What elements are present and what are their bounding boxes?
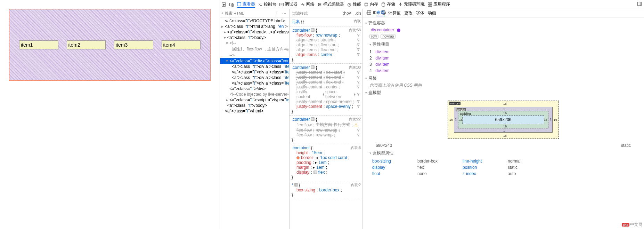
- box-prop-value: normal: [508, 159, 529, 164]
- dom-node[interactable]: ▸<a">class="t">head>…<a">class="t">/head…: [220, 29, 289, 35]
- dom-node[interactable]: <a">class="t">div a">class="item">item4<…: [220, 80, 289, 86]
- css-rule[interactable]: 内联:22.container {flex-flow: 主轴方向 换行方式; ⚠…: [290, 116, 362, 144]
- svg-point-5: [348, 3, 351, 6]
- dom-node[interactable]: <a">class="t">!DOCTYPE html>: [220, 18, 289, 24]
- box-prop-name: z-index: [463, 171, 501, 176]
- dom-node[interactable]: <a">class="t">/div>: [220, 86, 289, 92]
- svg-rect-19: [311, 29, 314, 31]
- tab-style-editor[interactable]: 样式编辑器: [317, 1, 344, 7]
- dom-node[interactable]: <a">class="t">div a">class="item">item3<…: [220, 75, 289, 80]
- hov-button[interactable]: :hov: [342, 10, 352, 16]
- add-node-button[interactable]: +: [274, 10, 279, 16]
- flex-item-link[interactable]: 3 div.item: [369, 61, 641, 68]
- tab-accessibility[interactable]: 无障碍环境: [398, 1, 425, 7]
- grid-empty-message: 此页面上没有使用 CSS 网格: [365, 82, 641, 88]
- tab-debugger[interactable]: 调试器: [279, 1, 297, 7]
- css-rule[interactable]: 内联:2* {box-sizing: border-box;}: [290, 181, 362, 199]
- flex-item: item3: [114, 40, 153, 49]
- dom-node[interactable]: ▸<a">class="t">html a">lang="en">: [220, 24, 289, 29]
- dom-node[interactable]: <!--Code injected by live-server-->: [220, 92, 289, 97]
- svg-rect-20: [311, 66, 314, 69]
- dom-node[interactable]: <a">class="t">/body>: [220, 103, 289, 108]
- box-prop-value: static: [508, 165, 529, 170]
- svg-point-8: [400, 3, 401, 4]
- box-props-header[interactable]: 盒模型属性: [365, 149, 641, 157]
- tab-application[interactable]: 应用程序: [427, 1, 450, 7]
- svg-point-14: [222, 13, 223, 14]
- box-prop-name: box-sizing: [372, 159, 410, 164]
- svg-rect-22: [314, 171, 317, 174]
- dom-node[interactable]: ▾<a">class="t">body>: [220, 35, 289, 40]
- layout-pane-icon[interactable]: [365, 10, 373, 16]
- svg-point-7: [382, 2, 385, 4]
- box-model-header[interactable]: 盒模型: [365, 88, 641, 97]
- svg-rect-9: [428, 2, 430, 4]
- svg-rect-4: [280, 3, 284, 6]
- box-prop-name: float: [372, 171, 410, 176]
- svg-rect-10: [430, 2, 432, 4]
- svg-rect-3: [237, 2, 241, 6]
- box-prop-value: border-box: [417, 159, 456, 164]
- flex-direction-badge: row: [369, 34, 378, 39]
- pick-element-button[interactable]: [221, 2, 226, 7]
- dom-tree[interactable]: <a">class="t">!DOCTYPE html>▸<a">class="…: [220, 17, 289, 229]
- dom-node[interactable]: -->: [220, 53, 289, 58]
- box-prop-name: position: [463, 165, 501, 170]
- devtools: 查看器 控制台 调试器 网络 样式编辑器 性能 内存 存储 无障碍环境 应用程序…: [220, 0, 644, 229]
- grid-header[interactable]: 网格: [365, 74, 641, 82]
- flex-item-link[interactable]: 1 div.item: [369, 49, 641, 55]
- box-prop-name: display: [372, 165, 410, 170]
- dom-node[interactable]: ▸<a">class="t">script a">type="text/java…: [220, 97, 289, 103]
- flex-items-header[interactable]: 弹性项目: [365, 40, 641, 49]
- dom-node[interactable]: ▾<!--: [220, 40, 289, 46]
- tab-console[interactable]: 控制台: [258, 1, 276, 7]
- element-position: static: [621, 143, 631, 148]
- responsive-mode-button[interactable]: [229, 2, 234, 7]
- box-prop-value: auto: [508, 171, 529, 176]
- tab-fonts[interactable]: 字体: [416, 10, 424, 16]
- flex-container-header[interactable]: 弹性容器: [365, 19, 641, 27]
- layout-panel: 布局 计算值 更改 字体 动画 弹性容器 div.container row n…: [362, 9, 644, 229]
- tab-computed[interactable]: 计算值: [388, 10, 401, 16]
- tab-animations[interactable]: 动画: [428, 10, 436, 16]
- flex-overlay-toggle[interactable]: [397, 29, 400, 32]
- filter-styles-input[interactable]: [292, 11, 340, 15]
- cls-button[interactable]: .cls: [354, 10, 363, 16]
- flex-item: item2: [67, 40, 106, 49]
- dom-node[interactable]: ▾<a">class="t">div a">class="container">…: [220, 58, 289, 64]
- dom-node[interactable]: <a">class="t">div a">class="item">item2<…: [220, 69, 289, 75]
- dom-node[interactable]: <a">class="t">/html>: [220, 108, 289, 114]
- tab-memory[interactable]: 内存: [364, 1, 378, 7]
- dom-node[interactable]: 属性1、flex-flow ，主轴方向与换行方式: [220, 46, 289, 53]
- tab-layout[interactable]: 布局: [376, 10, 385, 16]
- search-html-input[interactable]: [225, 11, 273, 15]
- tab-storage[interactable]: 存储: [381, 1, 395, 7]
- flex-container-link[interactable]: div.container: [369, 27, 396, 33]
- dock-side-button[interactable]: [637, 1, 642, 7]
- flex-item: item4: [162, 40, 201, 49]
- flex-item-link[interactable]: 2 div.item: [369, 55, 641, 61]
- tab-inspector[interactable]: 查看器: [237, 1, 255, 8]
- box-model-diagram[interactable]: margin 16 16 16 16 border 1 1 1 1 paddin…: [448, 101, 559, 139]
- css-rule[interactable]: 内联:58.container {flex-flow: row nowrap; …: [290, 26, 362, 64]
- css-rule[interactable]: 内联:38.container {justify-content: flex-s…: [290, 64, 362, 116]
- tab-changes[interactable]: 更改: [404, 10, 413, 16]
- element-dimensions: 690×240: [376, 143, 392, 148]
- svg-rect-23: [295, 183, 297, 186]
- rules-panel: :hov .cls + 内联元素 {}内联:58.container {flex…: [290, 9, 362, 229]
- box-prop-value: none: [417, 171, 456, 176]
- devtools-toolbar: 查看器 控制台 调试器 网络 样式编辑器 性能 内存 存储 无障碍环境 应用程序: [220, 0, 644, 9]
- more-icon[interactable]: ⋯: [281, 10, 288, 16]
- tab-network[interactable]: 网络: [300, 1, 315, 7]
- css-rule[interactable]: 内联元素 {}: [290, 17, 362, 26]
- dom-node[interactable]: <a">class="t">div a">class="item">item1<…: [220, 64, 289, 69]
- rules-list[interactable]: 内联元素 {}内联:58.container {flex-flow: row n…: [290, 17, 362, 229]
- tab-performance[interactable]: 性能: [347, 1, 361, 7]
- css-rule[interactable]: 内联:5.container {height: 15em;border: ▸ 1…: [290, 144, 362, 181]
- flex-item-link[interactable]: 4 div.item: [369, 68, 641, 74]
- box-prop-value: flex: [417, 165, 456, 170]
- svg-rect-6: [365, 3, 368, 6]
- svg-rect-21: [311, 118, 314, 120]
- flex-item: item1: [19, 40, 58, 49]
- flex-container: item1 item2 item3 item4: [9, 9, 211, 81]
